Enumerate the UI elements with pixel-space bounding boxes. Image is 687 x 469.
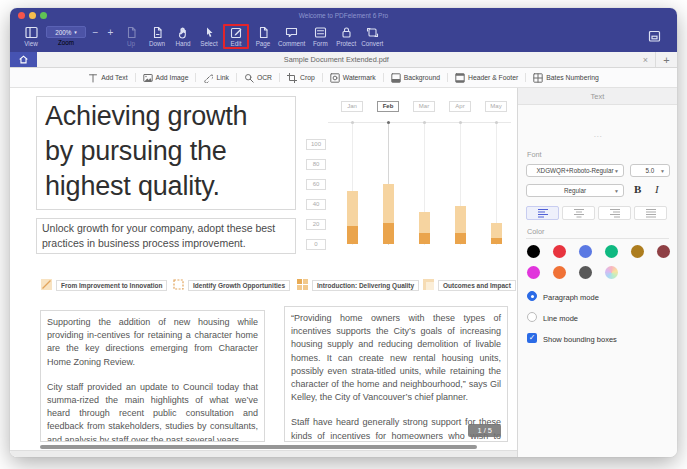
bates-button[interactable]: Bates Numbering bbox=[526, 73, 606, 83]
addimage-button[interactable]: Add Image bbox=[136, 73, 196, 83]
font-size-value: 5.0 bbox=[646, 167, 655, 174]
italic-button[interactable]: I bbox=[655, 183, 659, 195]
addtext-button[interactable]: Add Text bbox=[81, 73, 134, 83]
comment-button[interactable]: Comment bbox=[276, 26, 307, 47]
maximize-window-button[interactable] bbox=[40, 12, 47, 19]
link-button[interactable]: Link bbox=[196, 73, 235, 83]
paragraph-mode-radio[interactable] bbox=[527, 291, 537, 301]
y-axis-tick[interactable]: 40 bbox=[306, 199, 326, 210]
hand-button[interactable]: Hand bbox=[170, 26, 196, 47]
select-button[interactable]: Select bbox=[196, 26, 222, 47]
zoom-in-button[interactable]: + bbox=[103, 27, 118, 45]
addimage-icon bbox=[143, 73, 153, 83]
chart-axis-line bbox=[328, 122, 511, 123]
month-label[interactable]: Apr bbox=[449, 101, 471, 112]
paragraph: Supporting the addition of new housing w… bbox=[47, 316, 258, 369]
color-swatch[interactable] bbox=[553, 245, 566, 258]
tag-label[interactable]: Outcomes and Impact bbox=[438, 280, 516, 291]
align-justify-button[interactable] bbox=[634, 206, 667, 220]
link-label: Link bbox=[216, 74, 228, 81]
right-column-textbox[interactable]: “Providing home owners with these types … bbox=[284, 306, 508, 442]
color-swatch[interactable] bbox=[553, 266, 566, 279]
tag-label[interactable]: Identify Growth Opportunities bbox=[188, 280, 290, 291]
color-swatch[interactable] bbox=[605, 245, 618, 258]
color-swatch[interactable] bbox=[579, 266, 592, 279]
bar-base bbox=[347, 226, 358, 244]
tag-introduction: Introduction: Delivering Quality bbox=[297, 276, 419, 294]
month-label[interactable]: Jan bbox=[341, 101, 363, 112]
down-label: Down bbox=[149, 40, 165, 47]
tag-label[interactable]: Introduction: Delivering Quality bbox=[312, 280, 419, 291]
bar-base bbox=[491, 238, 502, 244]
bold-button[interactable]: B bbox=[634, 183, 641, 195]
tab-close-button[interactable]: × bbox=[636, 55, 655, 65]
close-window-button[interactable] bbox=[18, 12, 25, 19]
link-icon bbox=[203, 73, 213, 83]
tag-label[interactable]: From Improvement to Innovation bbox=[56, 280, 167, 291]
color-swatch[interactable] bbox=[527, 266, 540, 279]
y-axis-tick[interactable]: 100 bbox=[306, 139, 326, 150]
line-mode-radio[interactable] bbox=[527, 312, 537, 322]
horizontal-scrollbar[interactable] bbox=[40, 445, 477, 449]
subheading-textbox[interactable]: Unlock growth for your company, adopt th… bbox=[36, 218, 296, 254]
align-left-button[interactable] bbox=[526, 206, 559, 220]
new-tab-button[interactable]: + bbox=[655, 52, 677, 67]
color-swatch-rainbow[interactable] bbox=[605, 266, 618, 279]
line-mode-label: Line mode bbox=[543, 314, 578, 323]
minimize-window-button[interactable] bbox=[29, 12, 36, 19]
tab-title[interactable]: Sample Document Extended.pdf bbox=[37, 55, 636, 64]
paragraph: “Providing home owners with these types … bbox=[291, 312, 501, 404]
month-label[interactable]: Mar bbox=[413, 101, 435, 112]
edit-button[interactable]: Edit bbox=[223, 24, 249, 49]
form-button[interactable]: Form bbox=[307, 26, 333, 47]
protect-button[interactable]: Protect bbox=[333, 26, 359, 47]
zoom-value: 200% bbox=[55, 29, 71, 36]
watermark-button[interactable]: Watermark bbox=[323, 73, 383, 83]
down-button[interactable]: Down bbox=[144, 26, 170, 47]
y-axis-tick[interactable]: 80 bbox=[306, 159, 326, 170]
font-size-dropdown[interactable]: 5.0 ▼ bbox=[630, 164, 670, 177]
crop-button[interactable]: Crop bbox=[280, 73, 322, 83]
page-label: Page bbox=[256, 40, 271, 47]
properties-sidebar: Text ⋯ Font XDGWQR+Roboto-Regular ▼ 5.0 … bbox=[517, 88, 677, 457]
font-family-dropdown[interactable]: XDGWQR+Roboto-Regular ▼ bbox=[526, 164, 624, 177]
introduction-icon bbox=[297, 276, 308, 294]
panel-toggle-button[interactable] bbox=[641, 30, 667, 43]
align-center-button[interactable] bbox=[562, 206, 595, 220]
crop-label: Crop bbox=[300, 74, 315, 81]
bar-base bbox=[419, 233, 430, 244]
heading-textbox[interactable]: Achieving growth by pursuing the highest… bbox=[36, 96, 296, 210]
ocr-icon bbox=[244, 73, 254, 83]
color-swatch[interactable] bbox=[631, 245, 644, 258]
color-swatch[interactable] bbox=[579, 245, 592, 258]
left-column-textbox[interactable]: Supporting the addition of new housing w… bbox=[40, 310, 265, 442]
y-axis-tick[interactable]: 20 bbox=[306, 219, 326, 230]
bates-icon bbox=[533, 73, 543, 83]
zoom-out-button[interactable]: − bbox=[88, 27, 103, 45]
home-button[interactable] bbox=[10, 52, 37, 67]
color-swatch[interactable] bbox=[527, 245, 540, 258]
chevron-down-icon: ▼ bbox=[660, 168, 665, 174]
zoom-dropdown[interactable]: 200% ▾ bbox=[46, 26, 86, 38]
convert-button[interactable]: Convert bbox=[359, 26, 385, 47]
month-label[interactable]: May bbox=[485, 101, 507, 112]
background-button[interactable]: Background bbox=[384, 73, 447, 83]
headerfooter-button[interactable]: Header & Footer bbox=[448, 73, 525, 83]
page-button[interactable]: Page bbox=[250, 26, 276, 47]
month-label[interactable]: Feb bbox=[377, 101, 399, 112]
align-right-button[interactable] bbox=[598, 206, 631, 220]
ocr-button[interactable]: OCR bbox=[237, 73, 279, 83]
font-style-dropdown[interactable]: Regular ▼ bbox=[526, 184, 624, 197]
up-button[interactable]: Up bbox=[118, 26, 144, 47]
form-icon bbox=[314, 26, 327, 39]
page-icon bbox=[257, 26, 270, 39]
y-axis-tick[interactable]: 0 bbox=[306, 239, 326, 250]
addtext-icon bbox=[88, 73, 98, 83]
y-axis-tick[interactable]: 60 bbox=[306, 179, 326, 190]
view-button[interactable]: View bbox=[18, 26, 44, 47]
font-family-value: XDGWQR+Roboto-Regular bbox=[536, 167, 613, 174]
show-bounding-boxes-checkbox[interactable]: ✓ bbox=[527, 333, 537, 343]
color-swatch[interactable] bbox=[657, 245, 670, 258]
chart-axis-dot bbox=[387, 121, 390, 124]
bar-chart: 100806040200JanFebMarAprMay bbox=[298, 88, 517, 260]
